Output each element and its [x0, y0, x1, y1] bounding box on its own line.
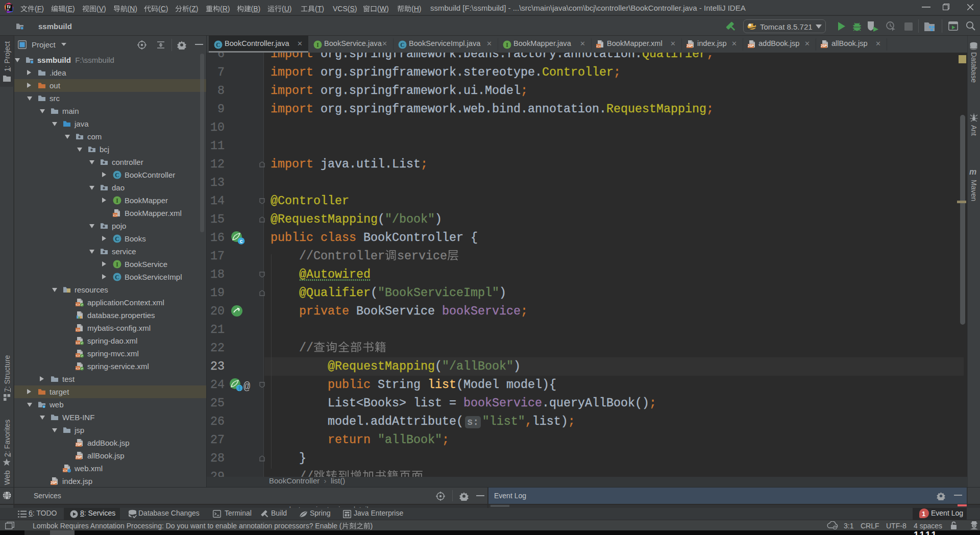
svg-text:C: C: [115, 172, 119, 178]
svg-text:JSP: JSP: [687, 44, 693, 47]
svg-text:I: I: [116, 198, 118, 204]
svg-text:<>: <>: [76, 341, 80, 345]
svg-text:C: C: [216, 42, 220, 48]
svg-text:<>: <>: [76, 354, 80, 358]
svg-text:<>: <>: [76, 328, 80, 332]
svg-text:I: I: [116, 261, 118, 268]
svg-text:JSP: JSP: [76, 455, 82, 459]
svg-text:JSP: JSP: [76, 443, 82, 446]
svg-text:JSP: JSP: [821, 44, 827, 47]
svg-text:<>: <>: [76, 303, 80, 307]
svg-text:C: C: [115, 274, 119, 280]
svg-text:<>: <>: [76, 367, 80, 371]
svg-text:<>: <>: [63, 469, 67, 473]
svg-text:C: C: [400, 42, 404, 48]
svg-text:I: I: [506, 42, 508, 48]
svg-text:JSP: JSP: [748, 44, 754, 47]
svg-text:C: C: [115, 236, 119, 242]
svg-text:<>: <>: [596, 44, 601, 48]
svg-text:I: I: [316, 42, 319, 48]
svg-text:<>: <>: [113, 213, 117, 217]
svg-text:JSP: JSP: [51, 481, 57, 484]
svg-text:c: c: [240, 238, 243, 244]
